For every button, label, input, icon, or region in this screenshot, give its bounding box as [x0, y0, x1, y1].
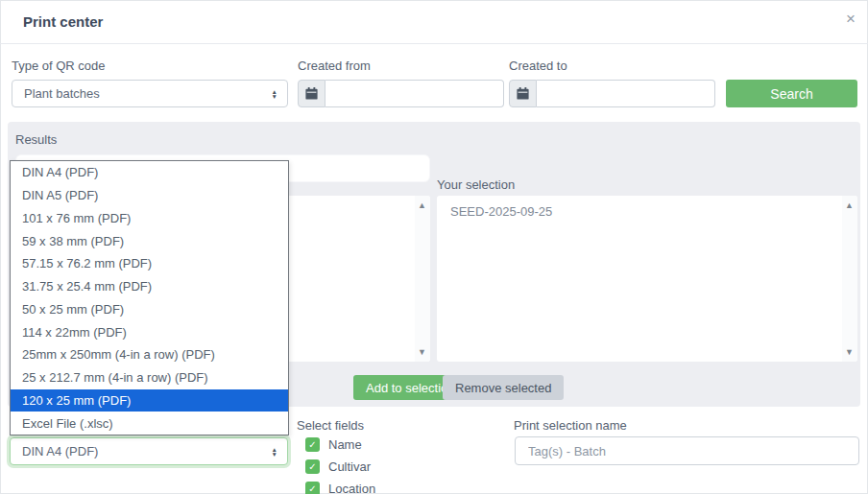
scroll-down-icon[interactable]: ▼	[845, 347, 854, 357]
created-from-label: Created from	[298, 59, 371, 73]
print-center-dialog: { "window": { "title": "Print center", "…	[0, 0, 868, 494]
print-format-select-value: DIN A4 (PDF)	[22, 444, 272, 459]
created-to-input[interactable]	[537, 80, 715, 107]
dropdown-option[interactable]: 114 x 22mm (PDF)	[11, 320, 288, 343]
close-icon[interactable]: ×	[839, 8, 862, 31]
print-format-dropdown: DIN A4 (PDF) DIN A5 (PDF) 101 x 76 mm (P…	[10, 160, 289, 435]
page-title: Print center	[23, 13, 103, 30]
dropdown-option[interactable]: 59 x 38 mm (PDF)	[11, 229, 288, 252]
chevron-updown-icon: ▲▼	[272, 447, 277, 457]
qr-type-select[interactable]: Plant batches ▲▼	[12, 80, 288, 107]
dropdown-option[interactable]: 101 x 76 mm (PDF)	[11, 207, 288, 230]
scrollbar[interactable]	[842, 196, 857, 362]
select-fields-label: Select fields	[297, 418, 364, 433]
dropdown-option[interactable]: 50 x 25 mm (PDF)	[11, 298, 288, 321]
scroll-up-icon[interactable]: ▲	[845, 200, 854, 210]
created-from-input[interactable]	[326, 80, 504, 107]
header-divider	[0, 43, 868, 44]
checkbox-location[interactable]: ✓	[305, 482, 320, 494]
dropdown-option[interactable]: 25mm x 250mm (4-in a row) (PDF)	[11, 343, 288, 366]
selection-list-item[interactable]: SEED-2025-09-25	[437, 196, 857, 227]
checkbox-cultivar[interactable]: ✓	[305, 459, 320, 474]
search-button[interactable]: Search	[726, 80, 857, 107]
dropdown-option[interactable]: 25 x 212.7 mm (4-in a row) (PDF)	[11, 366, 288, 389]
scroll-down-icon[interactable]: ▼	[418, 347, 426, 357]
qr-type-select-value: Plant batches	[24, 86, 272, 101]
checkbox-cultivar-label: Cultivar	[328, 459, 371, 474]
print-selection-name-label: Print selection name	[514, 418, 627, 433]
dropdown-option[interactable]: 31.75 x 25.4 mm (PDF)	[11, 275, 288, 298]
scrollbar[interactable]	[415, 196, 430, 362]
type-of-qr-label: Type of QR code	[12, 59, 106, 73]
print-format-select[interactable]: DIN A4 (PDF) ▲▼	[10, 437, 288, 465]
dropdown-option-highlighted[interactable]: 120 x 25 mm (PDF)	[11, 389, 288, 412]
dropdown-option[interactable]: Excel File (.xlsc)	[11, 412, 288, 435]
checkbox-location-label: Location	[328, 482, 375, 494]
scroll-up-icon[interactable]: ▲	[418, 200, 426, 210]
remove-selected-button[interactable]: Remove selected	[443, 375, 564, 400]
calendar-icon[interactable]	[509, 80, 537, 107]
checkbox-name[interactable]: ✓	[305, 437, 320, 452]
chevron-updown-icon: ▲▼	[272, 89, 277, 99]
checkbox-name-label: Name	[328, 437, 362, 452]
dropdown-option[interactable]: 57.15 x 76.2 mm (PDF)	[11, 252, 288, 275]
calendar-icon[interactable]	[298, 80, 326, 107]
created-to-label: Created to	[509, 59, 567, 73]
your-selection-label: Your selection	[437, 177, 515, 192]
results-label: Results	[15, 132, 57, 147]
your-selection-listbox[interactable]: SEED-2025-09-25 ▲ ▼	[437, 196, 857, 362]
dropdown-option[interactable]: DIN A5 (PDF)	[11, 184, 288, 207]
print-selection-name-input[interactable]	[515, 436, 859, 465]
dropdown-option[interactable]: DIN A4 (PDF)	[11, 161, 288, 184]
